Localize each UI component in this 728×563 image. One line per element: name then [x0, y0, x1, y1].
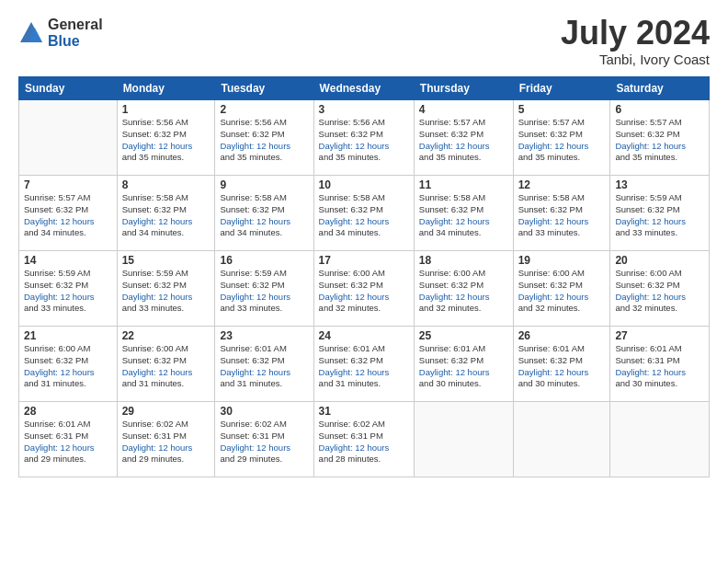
calendar-cell: 12Sunrise: 5:58 AMSunset: 6:32 PMDayligh…	[513, 176, 610, 251]
day-info: Sunrise: 6:02 AMSunset: 6:31 PMDaylight:…	[220, 419, 308, 465]
day-info-line: and 35 minutes.	[615, 152, 704, 164]
day-info: Sunrise: 5:57 AMSunset: 6:32 PMDaylight:…	[615, 117, 704, 164]
day-info-line: Daylight: 12 hours	[220, 292, 308, 304]
day-info-line: and 33 minutes.	[615, 227, 704, 239]
day-info-line: Sunrise: 6:00 AM	[122, 343, 210, 355]
day-number: 31	[319, 405, 409, 418]
day-info-line: Sunrise: 5:58 AM	[518, 192, 606, 204]
day-info-line: Daylight: 12 hours	[122, 367, 210, 379]
day-info-line: and 30 minutes.	[419, 378, 508, 390]
day-number: 23	[220, 329, 308, 342]
calendar-cell: 1Sunrise: 5:56 AMSunset: 6:32 PMDaylight…	[117, 100, 215, 176]
weekday-header-tuesday: Tuesday	[215, 77, 313, 100]
day-info-line: and 31 minutes.	[122, 378, 210, 390]
day-info-line: and 35 minutes.	[518, 152, 606, 164]
logo-blue: Blue	[48, 33, 103, 50]
day-info-line: and 34 minutes.	[419, 227, 508, 239]
calendar-cell: 26Sunrise: 6:01 AMSunset: 6:32 PMDayligh…	[513, 327, 610, 402]
calendar-cell: 6Sunrise: 5:57 AMSunset: 6:32 PMDaylight…	[610, 100, 710, 176]
day-info-line: Daylight: 12 hours	[419, 292, 508, 304]
day-info-line: Daylight: 12 hours	[220, 367, 308, 379]
calendar-cell: 3Sunrise: 5:56 AMSunset: 6:32 PMDaylight…	[313, 100, 414, 176]
day-info-line: and 35 minutes.	[319, 152, 409, 164]
day-number: 13	[615, 178, 704, 191]
day-info-line: Sunset: 6:32 PM	[518, 355, 606, 367]
day-info-line: Daylight: 12 hours	[518, 367, 606, 379]
day-info-line: Sunrise: 5:58 AM	[220, 192, 308, 204]
weekday-header-monday: Monday	[117, 77, 215, 100]
day-info-line: Sunrise: 6:01 AM	[319, 343, 409, 355]
day-number: 8	[122, 178, 210, 191]
day-info-line: Sunset: 6:32 PM	[319, 280, 409, 292]
day-info-line: and 35 minutes.	[419, 152, 508, 164]
day-info-line: and 30 minutes.	[615, 378, 704, 390]
day-info-line: Daylight: 12 hours	[419, 216, 508, 228]
day-number: 26	[518, 329, 606, 342]
day-info-line: Sunset: 6:31 PM	[24, 431, 112, 442]
day-number: 5	[518, 103, 606, 116]
day-info-line: Daylight: 12 hours	[319, 367, 409, 379]
day-info-line: Sunset: 6:32 PM	[220, 204, 308, 216]
calendar-week-5: 28Sunrise: 6:01 AMSunset: 6:31 PMDayligh…	[19, 402, 710, 477]
calendar-cell: 8Sunrise: 5:58 AMSunset: 6:32 PMDaylight…	[117, 176, 215, 251]
calendar-week-2: 7Sunrise: 5:57 AMSunset: 6:32 PMDaylight…	[19, 176, 710, 251]
day-info-line: Sunset: 6:32 PM	[220, 280, 308, 292]
calendar-cell: 28Sunrise: 6:01 AMSunset: 6:31 PMDayligh…	[19, 402, 118, 477]
day-info-line: Sunset: 6:31 PM	[122, 431, 210, 442]
calendar-cell: 13Sunrise: 5:59 AMSunset: 6:32 PMDayligh…	[610, 176, 710, 251]
day-info-line: and 32 minutes.	[319, 303, 409, 315]
day-info-line: and 35 minutes.	[220, 152, 308, 164]
day-info-line: Sunrise: 5:56 AM	[122, 117, 210, 129]
logo-general: General	[48, 17, 103, 33]
day-info-line: Sunrise: 6:00 AM	[615, 268, 704, 280]
day-info-line: Daylight: 12 hours	[24, 292, 112, 304]
calendar-cell: 29Sunrise: 6:02 AMSunset: 6:31 PMDayligh…	[117, 402, 215, 477]
day-info: Sunrise: 6:01 AMSunset: 6:31 PMDaylight:…	[615, 343, 704, 390]
day-info-line: Sunset: 6:32 PM	[615, 280, 704, 292]
page: General Blue July 2024 Tanbi, Ivory Coas…	[0, 0, 728, 563]
weekday-header-friday: Friday	[513, 77, 610, 100]
day-info-line: and 32 minutes.	[615, 303, 704, 315]
day-info: Sunrise: 6:00 AMSunset: 6:32 PMDaylight:…	[419, 268, 508, 315]
day-number: 4	[419, 103, 508, 116]
day-number: 25	[419, 329, 508, 342]
day-info-line: and 29 minutes.	[220, 454, 308, 465]
weekday-header-wednesday: Wednesday	[313, 77, 414, 100]
logo-icon	[18, 20, 44, 46]
day-info-line: Sunset: 6:32 PM	[319, 129, 409, 141]
day-info-line: Sunset: 6:32 PM	[518, 280, 606, 292]
day-info-line: and 35 minutes.	[122, 152, 210, 164]
calendar-cell: 17Sunrise: 6:00 AMSunset: 6:32 PMDayligh…	[313, 251, 414, 327]
day-number: 14	[24, 254, 112, 267]
day-info: Sunrise: 5:58 AMSunset: 6:32 PMDaylight:…	[220, 192, 308, 239]
day-info-line: Daylight: 12 hours	[615, 216, 704, 228]
day-number: 9	[220, 178, 308, 191]
day-number: 15	[122, 254, 210, 267]
calendar-cell: 20Sunrise: 6:00 AMSunset: 6:32 PMDayligh…	[610, 251, 710, 327]
day-number: 2	[220, 103, 308, 116]
calendar-cell: 21Sunrise: 6:00 AMSunset: 6:32 PMDayligh…	[19, 327, 118, 402]
weekday-header-saturday: Saturday	[610, 77, 710, 100]
day-info: Sunrise: 6:01 AMSunset: 6:31 PMDaylight:…	[24, 419, 112, 465]
day-info-line: Daylight: 12 hours	[122, 216, 210, 228]
calendar-cell: 10Sunrise: 5:58 AMSunset: 6:32 PMDayligh…	[313, 176, 414, 251]
calendar-cell: 5Sunrise: 5:57 AMSunset: 6:32 PMDaylight…	[513, 100, 610, 176]
calendar-cell: 14Sunrise: 5:59 AMSunset: 6:32 PMDayligh…	[19, 251, 118, 327]
day-info-line: Sunrise: 5:57 AM	[615, 117, 704, 129]
day-number: 10	[319, 178, 409, 191]
day-info-line: Sunrise: 6:01 AM	[518, 343, 606, 355]
day-info-line: Sunset: 6:31 PM	[319, 431, 409, 442]
logo-text-block: General Blue	[48, 17, 103, 49]
day-info: Sunrise: 6:01 AMSunset: 6:32 PMDaylight:…	[220, 343, 308, 390]
calendar-week-3: 14Sunrise: 5:59 AMSunset: 6:32 PMDayligh…	[19, 251, 710, 327]
calendar-cell: 11Sunrise: 5:58 AMSunset: 6:32 PMDayligh…	[414, 176, 513, 251]
day-info: Sunrise: 5:58 AMSunset: 6:32 PMDaylight:…	[319, 192, 409, 239]
weekday-header-thursday: Thursday	[414, 77, 513, 100]
day-info: Sunrise: 6:00 AMSunset: 6:32 PMDaylight:…	[615, 268, 704, 315]
day-info: Sunrise: 6:00 AMSunset: 6:32 PMDaylight:…	[24, 343, 112, 390]
calendar-cell	[610, 402, 710, 477]
calendar-cell: 2Sunrise: 5:56 AMSunset: 6:32 PMDaylight…	[215, 100, 313, 176]
day-info-line: Sunset: 6:32 PM	[419, 204, 508, 216]
day-info-line: Sunset: 6:32 PM	[518, 129, 606, 141]
day-number: 3	[319, 103, 409, 116]
